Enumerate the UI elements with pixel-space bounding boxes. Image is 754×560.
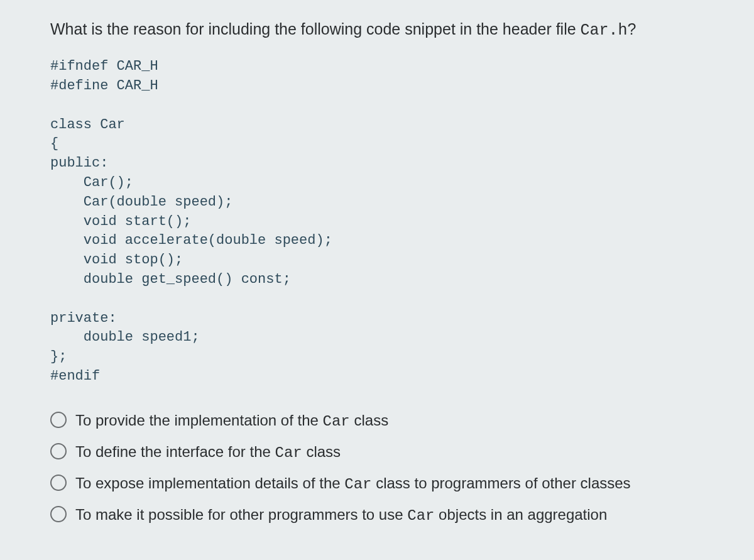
code-snippet: #ifndef CAR_H #define CAR_H class Car { … (50, 57, 704, 387)
answer-label: To expose implementation details of the … (75, 472, 631, 496)
answer-label: To provide the implementation of the Car… (75, 409, 388, 433)
answer-label: To make it possible for other programmer… (75, 503, 607, 527)
answer-post: class (302, 443, 341, 460)
answer-mono: Car (407, 507, 434, 524)
answer-option-1[interactable]: To define the interface for the Car clas… (50, 441, 704, 464)
answer-mono: Car (275, 444, 302, 461)
question-part2: ? (628, 20, 637, 38)
radio-icon (50, 506, 67, 522)
answer-option-3[interactable]: To make it possible for other programmer… (50, 503, 704, 527)
radio-icon (50, 412, 67, 428)
answer-post: class (350, 412, 388, 429)
radio-icon (50, 443, 67, 459)
answer-mono: Car (323, 413, 350, 430)
answer-pre: To provide the implementation of the (75, 412, 323, 429)
answer-option-0[interactable]: To provide the implementation of the Car… (50, 409, 704, 433)
answer-post: class to programmers of other classes (371, 475, 630, 491)
answer-pre: To expose implementation details of the (75, 475, 344, 491)
answer-list: To provide the implementation of the Car… (50, 409, 704, 527)
answer-mono: Car (344, 476, 371, 493)
answer-post: objects in an aggregation (434, 506, 607, 523)
radio-icon (50, 475, 67, 491)
question-part1: What is the reason for including the fol… (50, 20, 581, 38)
answer-pre: To define the interface for the (75, 443, 275, 460)
answer-label: To define the interface for the Car clas… (75, 441, 341, 464)
question-filename: Car.h (581, 21, 628, 40)
question-text: What is the reason for including the fol… (50, 18, 704, 42)
answer-pre: To make it possible for other programmer… (75, 506, 407, 523)
answer-option-2[interactable]: To expose implementation details of the … (50, 472, 704, 496)
